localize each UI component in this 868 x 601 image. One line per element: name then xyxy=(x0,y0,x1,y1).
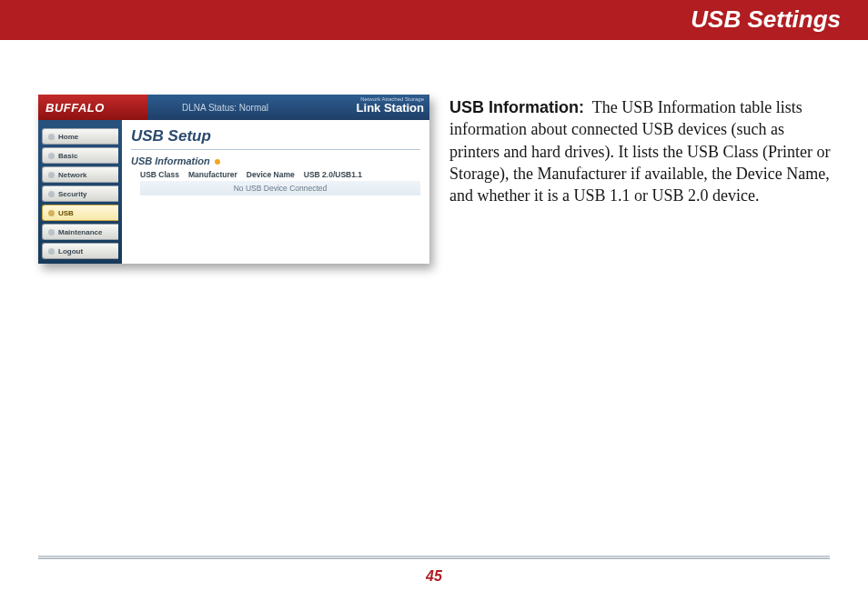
tab-icon xyxy=(48,172,55,178)
table-header-row: USB Class Manufacturer Device Name USB 2… xyxy=(140,170,420,179)
col-usb-class: USB Class xyxy=(140,170,179,179)
description-label: USB Information: xyxy=(449,98,584,116)
content-row: BUFFALO DLNA Status: Normal Network Atta… xyxy=(0,95,868,264)
tab-icon xyxy=(48,153,55,159)
col-usb-speed: USB 2.0/USB1.1 xyxy=(304,170,362,179)
screenshot-header: BUFFALO DLNA Status: Normal Network Atta… xyxy=(38,95,429,120)
page-header-bar: USB Settings xyxy=(0,0,868,40)
sidebar-item-label: Security xyxy=(58,190,87,198)
tab-icon xyxy=(48,210,55,216)
sidebar-item-usb[interactable]: USB xyxy=(42,205,118,221)
sidebar: Home Basic Network Security USB Maintena… xyxy=(38,120,122,264)
sidebar-item-logout[interactable]: Logout xyxy=(42,243,118,259)
col-device-name: Device Name xyxy=(247,170,295,179)
sidebar-item-label: USB xyxy=(58,209,74,217)
brand-strip: BUFFALO xyxy=(38,95,147,120)
sidebar-item-label: Logout xyxy=(58,247,83,255)
usb-setup-heading: USB Setup xyxy=(131,127,420,150)
product-title: Link Station xyxy=(357,102,424,114)
no-device-row: No USB Device Connected xyxy=(140,181,420,195)
help-dot-icon[interactable] xyxy=(215,159,220,165)
page-title: USB Settings xyxy=(691,5,841,34)
sidebar-item-basic[interactable]: Basic xyxy=(42,147,118,164)
usb-information-subheading: USB Information xyxy=(131,155,420,166)
tab-icon xyxy=(48,134,55,140)
page-number: 45 xyxy=(0,568,868,585)
sidebar-item-label: Basic xyxy=(58,152,77,160)
brand-name: BUFFALO xyxy=(45,101,105,115)
product-logo: Network Attached Storage Link Station xyxy=(357,96,424,114)
sidebar-item-network[interactable]: Network xyxy=(42,166,118,183)
sidebar-item-home[interactable]: Home xyxy=(42,128,118,145)
usb-info-table: USB Class Manufacturer Device Name USB 2… xyxy=(131,170,420,195)
linkstation-screenshot: BUFFALO DLNA Status: Normal Network Atta… xyxy=(38,95,429,264)
screenshot-body: Home Basic Network Security USB Maintena… xyxy=(38,120,429,264)
description-block: USB Information: The USB Information tab… xyxy=(449,95,832,206)
usb-information-label: USB Information xyxy=(131,155,210,166)
tab-icon xyxy=(48,229,55,235)
tab-icon xyxy=(48,248,55,255)
sidebar-item-maintenance[interactable]: Maintenance xyxy=(42,224,118,240)
footer-rule xyxy=(38,556,830,559)
tab-icon xyxy=(48,191,55,197)
sidebar-item-label: Network xyxy=(58,171,87,179)
dlna-status: DLNA Status: Normal xyxy=(182,103,268,113)
sidebar-item-security[interactable]: Security xyxy=(42,185,118,202)
sidebar-item-label: Maintenance xyxy=(58,228,102,236)
col-manufacturer: Manufacturer xyxy=(188,170,237,179)
main-panel: USB Setup USB Information USB Class Manu… xyxy=(122,120,429,264)
sidebar-item-label: Home xyxy=(58,133,78,141)
